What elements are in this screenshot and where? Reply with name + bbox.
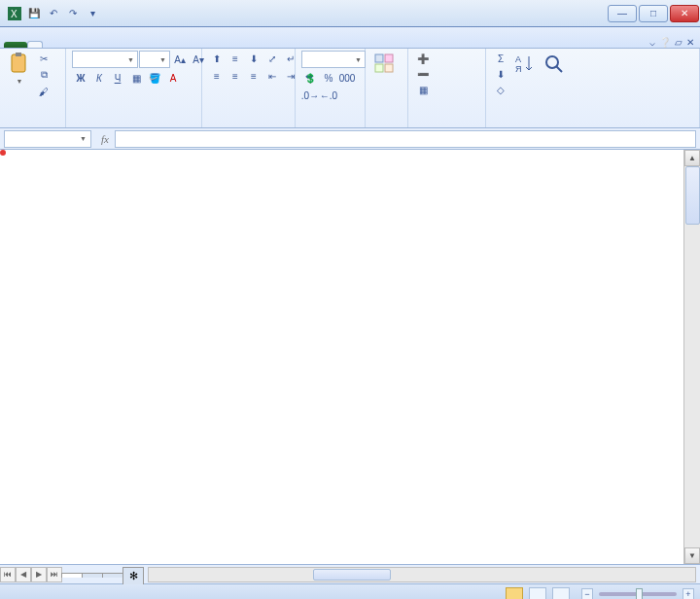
paste-button[interactable]: ▼ [6,51,33,87]
copy-icon[interactable]: ⧉ [35,67,52,83]
minimize-button[interactable]: — [608,5,637,22]
font-color-icon[interactable]: A [164,70,182,86]
tab-prev-icon[interactable]: ◀ [16,567,31,582]
underline-button[interactable]: Ч [109,70,126,86]
svg-rect-2 [12,54,25,72]
tab-pagelayout[interactable] [56,42,70,48]
decrease-decimal-icon[interactable]: ←.0 [320,88,337,103]
group-number: ▼ 💲 % 000 .0→ ←.0 [296,49,366,127]
tab-foxit[interactable] [152,42,165,48]
svg-text:X: X [11,9,18,19]
paste-icon [8,53,31,76]
help-icon[interactable]: ❔ [659,37,671,48]
sheet-tab-2[interactable] [82,573,103,578]
styles-button[interactable] [371,51,399,79]
vertical-scrollbar[interactable]: ▲ ▼ [683,150,700,564]
close-button[interactable]: ✕ [670,5,699,22]
scroll-down-icon[interactable]: ▼ [684,547,700,564]
fill-color-icon[interactable]: 🪣 [146,70,163,86]
status-bar: − + [0,583,700,599]
view-page-layout-icon[interactable] [529,587,546,600]
scroll-up-icon[interactable]: ▲ [684,150,700,166]
scroll-thumb[interactable] [685,166,700,225]
fill-icon[interactable]: ⬇ [492,66,509,82]
ribbon-close-icon[interactable]: ✕ [686,37,694,48]
tab-first-icon[interactable]: ⏮ [0,567,16,582]
tab-last-icon[interactable]: ⏭ [47,567,62,582]
tab-next-icon[interactable]: ▶ [31,567,47,582]
qat-dropdown-icon[interactable]: ▾ [84,5,101,22]
sheet-tab-3[interactable] [102,573,123,578]
increase-font-icon[interactable]: A▴ [171,52,189,67]
format-cells-icon[interactable]: ▦ [414,82,432,97]
orientation-icon[interactable]: ⤢ [263,51,281,66]
currency-icon[interactable]: 💲 [301,70,319,86]
align-center-icon[interactable]: ≡ [227,68,244,84]
file-tab[interactable] [4,42,27,48]
increase-decimal-icon[interactable]: .0→ [301,88,319,103]
align-left-icon[interactable]: ≡ [208,68,226,84]
tab-view[interactable] [111,42,124,48]
svg-rect-3 [16,53,21,56]
find-select-button[interactable] [541,51,568,79]
zoom-in-icon[interactable]: + [682,588,694,600]
align-middle-icon[interactable]: ≡ [227,51,244,66]
decrease-indent-icon[interactable]: ⇤ [263,68,281,84]
group-cells: ➕ ➖ ▦ [408,49,486,127]
view-normal-icon[interactable] [506,587,523,600]
tab-formulas[interactable] [70,42,84,48]
name-box[interactable]: ▼ [4,130,91,148]
autosum-icon[interactable]: Σ [492,51,509,66]
group-font: ▼ ▼ A▴ A▾ Ж К Ч ▦ 🪣 A [66,49,202,127]
ribbon-minimize-icon[interactable]: ⌵ [649,37,655,48]
tab-addins[interactable] [138,42,152,48]
svg-rect-5 [385,54,393,62]
format-painter-icon[interactable]: 🖌 [35,84,52,99]
sheet-tab-1[interactable] [61,573,83,578]
zoom-out-icon[interactable]: − [581,588,593,600]
tab-home[interactable] [27,41,43,48]
border-icon[interactable]: ▦ [127,70,145,86]
zoom-slider[interactable] [599,592,677,596]
percent-icon[interactable]: % [320,70,337,86]
tab-abbyy[interactable] [165,42,179,48]
formula-bar: ▼ fx [0,128,700,150]
font-name-combo[interactable]: ▼ [72,51,138,68]
align-right-icon[interactable]: ≡ [245,68,262,84]
horizontal-scrollbar[interactable] [148,567,696,582]
tab-data[interactable] [84,42,97,48]
insert-cells-icon[interactable]: ➕ [414,51,432,66]
formula-input[interactable] [115,130,696,148]
tab-insert[interactable] [43,42,56,48]
maximize-button[interactable]: □ [639,5,668,22]
cut-icon[interactable]: ✂ [35,51,52,66]
save-icon[interactable]: 💾 [25,5,43,22]
tab-review[interactable] [97,42,111,48]
quick-access-toolbar: X 💾 ↶ ↷ ▾ [0,5,107,22]
worksheet-grid[interactable]: ▲ ▼ [0,150,700,564]
zoom-thumb[interactable] [636,588,643,600]
group-clipboard: ▼ ✂ ⧉ 🖌 [0,49,66,127]
sheet-tab-insert[interactable]: ✻ [122,567,144,584]
ribbon-restore-icon[interactable]: ▱ [675,37,682,48]
svg-rect-4 [375,54,383,62]
tab-developer[interactable] [124,42,138,48]
highlight-box [0,150,6,156]
number-format-combo[interactable]: ▼ [301,51,366,68]
view-page-break-icon[interactable] [552,587,570,600]
font-size-combo[interactable]: ▼ [139,51,170,68]
undo-icon[interactable]: ↶ [45,5,62,22]
comma-icon[interactable]: 000 [338,70,356,86]
align-top-icon[interactable]: ⬆ [208,51,226,66]
excel-icon: X [6,5,23,22]
sort-filter-button[interactable]: АЯ [511,51,539,79]
chevron-down-icon: ▼ [17,78,23,85]
align-bottom-icon[interactable]: ⬇ [245,51,262,66]
redo-icon[interactable]: ↷ [64,5,82,22]
delete-cells-icon[interactable]: ➖ [414,66,432,82]
bold-button[interactable]: Ж [72,70,89,86]
italic-button[interactable]: К [90,70,108,86]
fx-icon[interactable]: fx [101,133,109,145]
clear-icon[interactable]: ◇ [492,82,509,97]
hscroll-thumb[interactable] [313,569,391,581]
